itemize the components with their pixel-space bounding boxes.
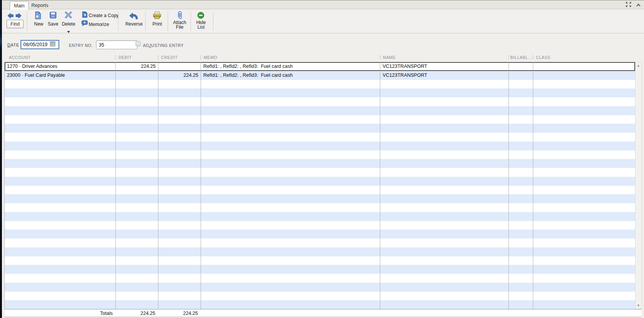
cell-credit[interactable]: [158, 124, 201, 133]
reverse-arrow-icon[interactable]: [129, 12, 139, 21]
table-row[interactable]: [5, 177, 635, 186]
back-arrow-icon[interactable]: [7, 13, 14, 19]
cell-class[interactable]: [533, 247, 635, 256]
cell-debit[interactable]: [116, 150, 158, 159]
cell-account[interactable]: [5, 256, 116, 265]
cell-account[interactable]: [5, 88, 116, 97]
cell-billable[interactable]: [509, 300, 533, 309]
cell-debit[interactable]: [116, 142, 158, 150]
cell-memo[interactable]: [201, 168, 380, 177]
cell-memo[interactable]: RefId1: , RefId2: , RefId3: Fuel card ca…: [201, 62, 380, 71]
cell-memo[interactable]: [201, 80, 380, 89]
cell-class[interactable]: [533, 300, 635, 309]
vertical-scrollbar[interactable]: ▲ ▼: [635, 62, 642, 309]
cell-debit[interactable]: [116, 212, 158, 221]
cell-billable[interactable]: [509, 106, 533, 115]
cell-credit[interactable]: [158, 283, 201, 292]
table-row[interactable]: [5, 186, 635, 195]
cell-memo[interactable]: RefId1: , RefId2: , RefId3: Fuel card ca…: [201, 71, 380, 80]
cell-name[interactable]: [380, 168, 509, 177]
cell-credit[interactable]: [158, 212, 201, 221]
cell-memo[interactable]: [201, 159, 380, 168]
cell-memo[interactable]: [201, 124, 380, 133]
cell-billable[interactable]: [509, 247, 533, 256]
scroll-down-button[interactable]: ▼: [635, 302, 641, 309]
cell-credit[interactable]: [158, 150, 201, 159]
cell-credit[interactable]: [158, 97, 201, 106]
cell-name[interactable]: [380, 142, 509, 150]
cell-name[interactable]: [380, 238, 509, 247]
cell-account[interactable]: [5, 203, 116, 212]
cell-account[interactable]: [5, 300, 116, 309]
cell-class[interactable]: [533, 159, 635, 168]
cell-debit[interactable]: [116, 80, 158, 89]
cell-billable[interactable]: [509, 283, 533, 292]
cell-class[interactable]: [533, 186, 635, 195]
cell-billable[interactable]: [509, 212, 533, 221]
cell-memo[interactable]: [201, 292, 380, 301]
cell-class[interactable]: [533, 62, 635, 71]
cell-memo[interactable]: [201, 300, 380, 309]
cell-account[interactable]: [5, 212, 116, 221]
cell-debit[interactable]: [116, 168, 158, 177]
cell-debit[interactable]: [116, 274, 158, 283]
cell-account[interactable]: [5, 142, 116, 150]
cell-debit[interactable]: [116, 283, 158, 292]
table-row[interactable]: [5, 292, 635, 301]
cell-debit[interactable]: [116, 203, 158, 212]
cell-credit[interactable]: [158, 106, 201, 115]
table-row[interactable]: [5, 150, 635, 159]
cell-class[interactable]: [533, 238, 635, 247]
cell-account[interactable]: [5, 159, 116, 168]
cell-memo[interactable]: [201, 238, 380, 247]
table-row[interactable]: [5, 80, 635, 89]
cell-class[interactable]: [533, 203, 635, 212]
cell-billable[interactable]: [509, 80, 533, 89]
cell-memo[interactable]: [201, 194, 380, 203]
cell-debit[interactable]: [116, 124, 158, 133]
cell-class[interactable]: [533, 97, 635, 106]
cell-account[interactable]: [5, 292, 116, 301]
cell-name[interactable]: [380, 283, 509, 292]
cell-billable[interactable]: [509, 203, 533, 212]
cell-class[interactable]: [533, 292, 635, 301]
cell-billable[interactable]: [509, 150, 533, 159]
cell-debit[interactable]: [116, 106, 158, 115]
cell-name[interactable]: [380, 88, 509, 97]
cell-debit[interactable]: [116, 265, 158, 274]
table-row[interactable]: [5, 212, 635, 221]
cell-name[interactable]: [380, 265, 509, 274]
cell-class[interactable]: [533, 142, 635, 150]
cell-class[interactable]: [533, 230, 635, 238]
cell-credit[interactable]: [158, 256, 201, 265]
cell-memo[interactable]: [201, 142, 380, 150]
cell-billable[interactable]: [509, 265, 533, 274]
hide-list-icon[interactable]: [197, 12, 204, 21]
cell-billable[interactable]: [509, 194, 533, 203]
cell-name[interactable]: VC123TRANSPORT: [380, 71, 509, 80]
table-row[interactable]: [5, 221, 635, 230]
cell-memo[interactable]: [201, 115, 380, 124]
cell-debit[interactable]: [116, 186, 158, 195]
cell-debit[interactable]: [116, 292, 158, 301]
date-field[interactable]: [21, 40, 59, 49]
cell-name[interactable]: [380, 256, 509, 265]
cell-billable[interactable]: [509, 88, 533, 97]
cell-memo[interactable]: [201, 212, 380, 221]
cell-credit[interactable]: [158, 168, 201, 177]
cell-memo[interactable]: [201, 283, 380, 292]
cell-name[interactable]: [380, 115, 509, 124]
cell-name[interactable]: [380, 292, 509, 301]
cell-memo[interactable]: [201, 97, 380, 106]
cell-debit[interactable]: [116, 300, 158, 309]
cell-name[interactable]: [380, 203, 509, 212]
cell-class[interactable]: [533, 150, 635, 159]
cell-billable[interactable]: [509, 230, 533, 238]
cell-memo[interactable]: [201, 274, 380, 283]
cell-account[interactable]: [5, 106, 116, 115]
table-row[interactable]: [5, 115, 635, 124]
table-row[interactable]: [5, 283, 635, 292]
cell-name[interactable]: [380, 247, 509, 256]
tab-main[interactable]: Main: [10, 1, 29, 10]
cell-name[interactable]: [380, 300, 509, 309]
